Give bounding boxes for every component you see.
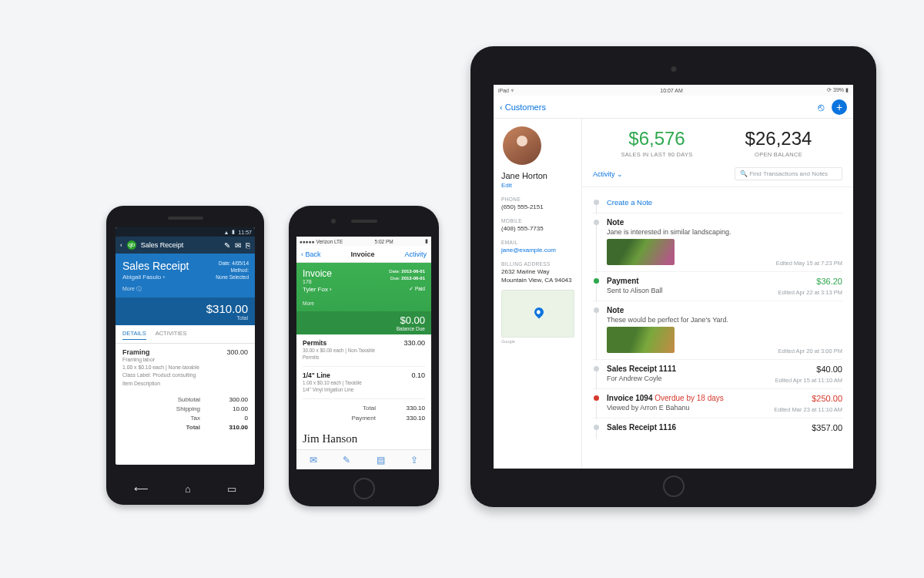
entry-title: Payment bbox=[607, 277, 842, 285]
edit-icon[interactable]: ✎ bbox=[343, 455, 350, 465]
signature: Jim Hanson bbox=[296, 428, 431, 450]
iphone-home-button[interactable] bbox=[353, 478, 375, 499]
feed-entry-receipt[interactable]: Sales Receipt 1111 $40.00 For Andrew Coy… bbox=[593, 360, 842, 389]
line-item[interactable]: Permits 330.00 30.00 x $0.00 each | Non-… bbox=[303, 339, 425, 361]
balance-label: Balance Due bbox=[303, 326, 425, 331]
customer-name: Jane Horton bbox=[501, 171, 574, 180]
overdue-text: Overdue by 18 days bbox=[654, 394, 724, 402]
iphone-screen: ●●●●● Verizon LTE 5:02 PM ▮ ‹ Back Invoi… bbox=[296, 237, 431, 469]
note-thumbnail[interactable] bbox=[607, 327, 675, 353]
status-right: ⟳ 39% ▮ bbox=[827, 87, 849, 93]
receipt-totals: Subtotal300.00 Shipping10.00 Tax0 Total3… bbox=[116, 392, 255, 435]
entry-text: Jane is interested in similar landscapin… bbox=[607, 228, 842, 236]
recents-soft-icon[interactable]: ▭ bbox=[227, 483, 236, 495]
entry-title: Note bbox=[607, 218, 842, 227]
feed-entry-receipt[interactable]: Sales Receipt 1116 $357.00 bbox=[593, 418, 842, 438]
tab-details[interactable]: DETAILS bbox=[122, 330, 146, 340]
entry-meta: Edited Apr 20 at 3:00 PM bbox=[778, 348, 842, 355]
tab-activities[interactable]: ACTIVITIES bbox=[156, 330, 187, 340]
feed-create-note[interactable]: Create a Note bbox=[593, 193, 842, 213]
receipt-total-label: Total bbox=[122, 315, 248, 321]
feed-entry-note[interactable]: Note These would be perfect for Jane's Y… bbox=[593, 301, 842, 360]
balance-label: OPEN BALANCE bbox=[718, 151, 839, 158]
note-thumbnail[interactable] bbox=[607, 239, 675, 265]
total-label: Total bbox=[162, 423, 200, 432]
divider bbox=[303, 398, 425, 399]
feed-entry-payment[interactable]: Payment $36.20 Sent to Alison Ball Edite… bbox=[593, 272, 842, 301]
edit-link[interactable]: Edit bbox=[501, 182, 574, 189]
receipt-total-amount: $310.00 bbox=[122, 302, 248, 315]
shipping-label: Shipping bbox=[162, 405, 200, 414]
balance-block: $26,234 OPEN BALANCE bbox=[718, 128, 839, 158]
more-link[interactable]: More bbox=[303, 301, 425, 306]
payment-label: Payment bbox=[337, 414, 376, 424]
nav-title: Invoice bbox=[350, 250, 374, 258]
line-item[interactable]: 1/4" Line 0.10 1.00 x $0.10 each | Taxab… bbox=[303, 371, 425, 394]
avatar[interactable] bbox=[503, 126, 541, 165]
email-icon[interactable]: ✉ bbox=[235, 241, 241, 250]
search-input[interactable]: 🔍 Find Transactions and Notes bbox=[735, 167, 842, 180]
tax-label: Tax bbox=[162, 414, 200, 423]
method-value: None Selected bbox=[216, 274, 249, 280]
timeline-dot-icon bbox=[594, 200, 599, 205]
invoice-meta: Date: 2013-06-01 Due: 2013-06-01 bbox=[389, 268, 425, 282]
entry-title: Sales Receipt 1116 bbox=[607, 423, 842, 432]
invoice-totals: Total330.10 Payment330.10 bbox=[303, 404, 425, 424]
more-link[interactable]: More ⓘ bbox=[122, 285, 248, 293]
phone-value[interactable]: (650) 555-2151 bbox=[501, 203, 574, 210]
timeline-dot-icon bbox=[594, 425, 599, 430]
edit-icon[interactable]: ✎ bbox=[224, 241, 230, 250]
payment-value: 330.10 bbox=[394, 414, 425, 424]
entry-amount: $250.00 bbox=[812, 394, 842, 403]
action-icon[interactable]: ⎋ bbox=[818, 101, 824, 113]
line-item[interactable]: Framing 300.00 Framing labor 1.00 x $0.1… bbox=[116, 344, 255, 392]
sales-block: $6,576 SALES IN LAST 90 DAYS bbox=[596, 128, 718, 158]
email-value[interactable]: jane@example.com bbox=[501, 247, 574, 254]
phone-label: PHONE bbox=[501, 197, 574, 202]
receipt-total-box: $310.00 Total bbox=[116, 297, 255, 325]
map-thumbnail[interactable] bbox=[501, 290, 574, 338]
copy-icon[interactable]: ⎘ bbox=[246, 241, 250, 250]
invoice-header: Invoice 178 Tyler Fox › Date: 2013-06-01… bbox=[296, 263, 431, 311]
android-screen: ▲ ▮ 11:57 ‹ qb Sales Receipt ✎ ✉ ⎘ Sales… bbox=[116, 227, 255, 465]
address-line1: 2632 Marine Way bbox=[501, 268, 574, 275]
line-amount: 300.00 bbox=[226, 348, 248, 356]
back-icon[interactable]: ‹ bbox=[120, 241, 122, 249]
home-soft-icon[interactable]: ⌂ bbox=[185, 483, 191, 495]
line-sub4: Item Description bbox=[122, 380, 248, 388]
timeline-dot-icon bbox=[594, 366, 599, 371]
map-attribution: Google bbox=[501, 339, 574, 344]
check-dot-icon bbox=[594, 278, 599, 284]
ipad-nav-bar: ‹ Customers ⎋ + bbox=[494, 96, 853, 119]
back-button[interactable]: ‹ Customers bbox=[500, 102, 546, 112]
activity-dropdown[interactable]: Activity ⌄ bbox=[593, 170, 623, 178]
mobile-value[interactable]: (408) 555-7735 bbox=[501, 225, 574, 232]
ipad-status-bar: iPad ᯤ 10:07 AM ⟳ 39% ▮ bbox=[494, 85, 853, 96]
line-name: 1/4" Line bbox=[303, 371, 330, 379]
date-label: Date: bbox=[389, 269, 400, 274]
due-label: Due: bbox=[390, 276, 400, 281]
back-button[interactable]: ‹ Back bbox=[301, 250, 321, 258]
customer-link[interactable]: Tyler Fox › bbox=[303, 286, 425, 293]
mobile-label: MOBILE bbox=[501, 218, 574, 223]
balance-amount: $26,234 bbox=[718, 128, 839, 150]
back-soft-icon[interactable]: ⟵ bbox=[134, 483, 149, 495]
filter-row: Activity ⌄ 🔍 Find Transactions and Notes bbox=[582, 164, 853, 187]
search-placeholder: Find Transactions and Notes bbox=[749, 170, 828, 177]
date-label: Date: bbox=[219, 260, 231, 266]
feed-entry-invoice-overdue[interactable]: Invoice 1094 Overdue by 18 days $250.00 … bbox=[593, 389, 842, 418]
status-time: 11:57 bbox=[238, 230, 252, 235]
share-icon[interactable]: ⇪ bbox=[410, 455, 418, 465]
signal-icon: ▮ bbox=[232, 229, 235, 235]
send-icon[interactable]: ✉︎ bbox=[310, 455, 317, 465]
iphone-toolbar: ✉︎ ✎ ▤ ⇪ bbox=[296, 449, 431, 469]
ipad-home-button[interactable] bbox=[663, 476, 685, 497]
iphone-status-bar: ●●●●● Verizon LTE 5:02 PM ▮ bbox=[296, 237, 431, 246]
activity-button[interactable]: Activity bbox=[404, 250, 427, 258]
add-button[interactable]: + bbox=[832, 99, 847, 115]
note-icon[interactable]: ▤ bbox=[377, 455, 385, 465]
entry-text: These would be perfect for Jane's Yard. bbox=[607, 316, 842, 324]
feed-entry-note[interactable]: Note Jane is interested in similar lands… bbox=[593, 213, 842, 272]
create-note-link[interactable]: Create a Note bbox=[607, 198, 842, 207]
entry-meta: Edited Apr 22 at 3:13 PM bbox=[778, 289, 842, 296]
